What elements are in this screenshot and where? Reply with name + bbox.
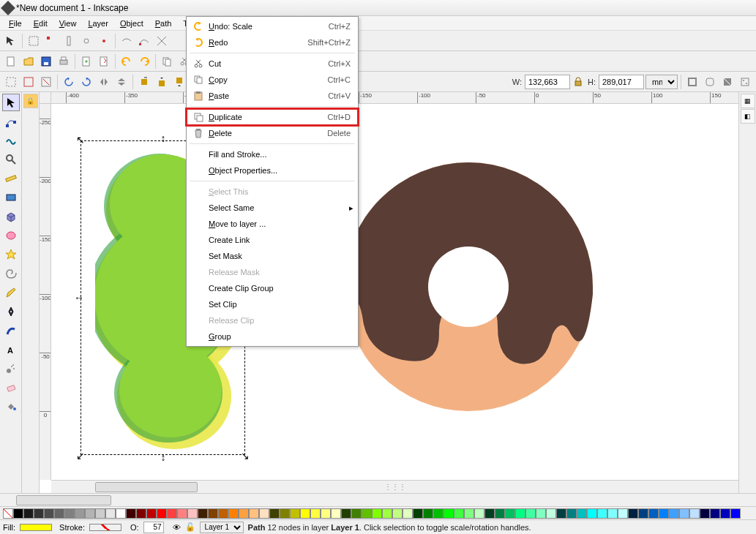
swatch[interactable] xyxy=(413,508,423,519)
swatch[interactable] xyxy=(64,508,75,519)
swatch[interactable] xyxy=(392,508,403,519)
menu-edit[interactable]: Edit xyxy=(28,18,53,29)
handle-s[interactable]: ↕ xyxy=(158,452,168,462)
swatch[interactable] xyxy=(331,508,341,519)
swatch[interactable] xyxy=(44,508,54,519)
import-button[interactable] xyxy=(78,53,94,69)
swatch[interactable] xyxy=(638,508,648,519)
swatch[interactable] xyxy=(444,508,454,519)
width-input[interactable] xyxy=(525,75,570,89)
tool-pen[interactable] xyxy=(2,303,20,320)
swatch[interactable] xyxy=(146,508,157,519)
layer-select[interactable]: Layer 1 xyxy=(200,522,244,533)
tool-tweak[interactable] xyxy=(2,132,20,149)
swatch[interactable] xyxy=(382,508,392,519)
tool-ellipse[interactable] xyxy=(2,227,20,244)
swatch[interactable] xyxy=(556,508,566,519)
swatch[interactable] xyxy=(300,508,310,519)
tool-star[interactable] xyxy=(2,246,20,263)
stroke-indicator[interactable] xyxy=(89,524,121,531)
swatch[interactable] xyxy=(280,508,290,519)
swatch[interactable] xyxy=(13,508,23,519)
lock-aspect-button[interactable] xyxy=(572,74,585,90)
flip-h-button[interactable] xyxy=(96,74,112,90)
handle-nw[interactable]: ↖ xyxy=(75,135,86,145)
opacity-input[interactable] xyxy=(143,522,164,533)
menu-object[interactable]: Object xyxy=(114,18,149,29)
swatch[interactable] xyxy=(546,508,556,519)
ctx-move-to-layer-[interactable]: Move to layer ... xyxy=(187,216,358,232)
swatch[interactable] xyxy=(136,508,146,519)
rotate-ccw-button[interactable] xyxy=(61,74,77,90)
swatch[interactable] xyxy=(95,508,105,519)
menu-file[interactable]: File xyxy=(3,18,28,29)
deselect-button[interactable] xyxy=(38,74,54,90)
swatch[interactable] xyxy=(249,508,259,519)
ctx-paste[interactable]: PasteCtrl+V xyxy=(187,88,358,104)
ctx-set-mask[interactable]: Set Mask xyxy=(187,248,358,264)
open-button[interactable] xyxy=(20,53,37,69)
copy-button[interactable] xyxy=(159,53,175,69)
handle-sw[interactable]: ↙ xyxy=(75,451,86,461)
swatch[interactable] xyxy=(198,508,208,519)
redo-button[interactable] xyxy=(136,53,152,69)
swatch[interactable] xyxy=(720,508,730,519)
ctx-copy[interactable]: CopyCtrl+C xyxy=(187,72,358,88)
swatch[interactable] xyxy=(321,508,331,519)
swatch[interactable] xyxy=(187,508,198,519)
ctx-object-properties-[interactable]: Object Properties... xyxy=(187,162,358,178)
ctx-set-clip[interactable]: Set Clip xyxy=(187,296,358,312)
swatch[interactable] xyxy=(597,508,607,519)
affect-pattern-button[interactable] xyxy=(737,74,753,90)
tool-eraser[interactable] xyxy=(2,379,20,396)
affect-stroke-button[interactable] xyxy=(684,74,700,90)
tool-node[interactable] xyxy=(2,113,20,130)
swatch[interactable] xyxy=(659,508,669,519)
swatch[interactable] xyxy=(290,508,300,519)
swatch[interactable] xyxy=(587,508,597,519)
swatch[interactable] xyxy=(105,508,116,519)
ctx-delete[interactable]: DeleteDelete xyxy=(187,125,358,141)
swatch[interactable] xyxy=(126,508,136,519)
new-button[interactable] xyxy=(3,53,19,69)
swatch[interactable] xyxy=(525,508,536,519)
swatch[interactable] xyxy=(618,508,628,519)
swatch[interactable] xyxy=(75,508,85,519)
tool-spiral[interactable] xyxy=(2,265,20,282)
lock-layer-icon[interactable]: 🔓 xyxy=(185,522,195,532)
swatch[interactable] xyxy=(310,508,321,519)
tool-measure[interactable] xyxy=(2,170,20,187)
ctx-cut[interactable]: CutCtrl+X xyxy=(187,56,358,72)
swatch-none[interactable] xyxy=(3,508,13,519)
swatch[interactable] xyxy=(157,508,167,519)
swatch[interactable] xyxy=(167,508,177,519)
swatch[interactable] xyxy=(464,508,474,519)
snap-edge-button[interactable] xyxy=(61,33,77,49)
snap-lock-button[interactable]: 🔒 xyxy=(23,94,38,108)
tool-3dbox[interactable] xyxy=(2,208,20,225)
undo-button[interactable] xyxy=(119,53,135,69)
select-layer-button[interactable] xyxy=(20,74,37,90)
canvas[interactable]: ↖ ↕ ↗ ↔ ↔ ↙ ↕ ↘ xyxy=(51,104,738,480)
height-input[interactable] xyxy=(599,75,644,89)
swatch[interactable] xyxy=(269,508,280,519)
snap-arrow-button[interactable] xyxy=(3,33,19,49)
snap-corner-button[interactable] xyxy=(43,33,59,49)
swatch[interactable] xyxy=(730,508,741,519)
swatch[interactable] xyxy=(484,508,495,519)
fill-indicator[interactable] xyxy=(20,524,52,531)
snap-grid-button[interactable] xyxy=(26,33,42,49)
swatch[interactable] xyxy=(228,508,239,519)
snap-midpoint-button[interactable] xyxy=(78,33,94,49)
swatch[interactable] xyxy=(341,508,351,519)
ctx-create-clip-group[interactable]: Create Clip Group xyxy=(187,280,358,296)
ctx-redo[interactable]: RedoShift+Ctrl+Z xyxy=(187,34,358,50)
swatch[interactable] xyxy=(474,508,484,519)
flip-v-button[interactable] xyxy=(113,74,130,90)
swatch[interactable] xyxy=(362,508,372,519)
hscroll-thumb[interactable] xyxy=(95,482,198,492)
tool-zoom[interactable] xyxy=(2,151,20,168)
swatch[interactable] xyxy=(515,508,525,519)
ctx-select-same[interactable]: Select Same▸ xyxy=(187,200,358,216)
export-button[interactable] xyxy=(96,53,112,69)
